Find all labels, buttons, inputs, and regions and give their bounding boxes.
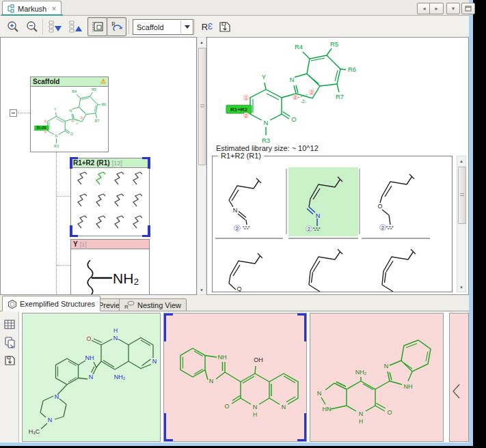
rgroup-export-button[interactable]: RƐ xyxy=(198,18,216,36)
atom-label: O xyxy=(377,203,382,210)
rgroup-lasso-icon: R xyxy=(109,19,124,34)
exemplified-structures-panel: O H N N NH N NH₂ N N H₃C xyxy=(0,311,469,443)
structure-card[interactable]: NH₂ N HN N H O N NH xyxy=(310,313,444,442)
r-letter: R xyxy=(202,22,208,32)
node-title: R1+R2 (R1) xyxy=(73,159,110,167)
toolbar-separator xyxy=(129,19,129,34)
save-structures-button[interactable] xyxy=(3,354,16,366)
atom-label: H xyxy=(113,327,118,334)
nesting-icon: R xyxy=(124,300,135,309)
fragment-cell[interactable]: O 2 xyxy=(362,165,430,237)
chevron-down-icon: ▾ xyxy=(452,5,455,12)
atom-label: O xyxy=(224,403,229,410)
tree-scrollbar[interactable]: ▲ ▼ xyxy=(197,37,206,295)
fragment-scrollbar[interactable]: ▲ ▼ xyxy=(457,156,466,292)
close-icon[interactable]: ✕ xyxy=(51,5,57,12)
scro ll-up-arrow[interactable]: ▲ xyxy=(198,38,206,46)
structure-card-selected[interactable]: NH N OH O N H N xyxy=(163,313,307,442)
tab-nesting-view[interactable]: R Nesting View xyxy=(119,298,187,311)
view-menu-button[interactable]: ▾ xyxy=(446,3,460,14)
atom-label: HN xyxy=(323,406,332,412)
structure-drawing: NH₂ N HN N H O N NH xyxy=(310,313,443,440)
selection-corner xyxy=(297,313,307,341)
node-header: R1+R2 (R1) [12] xyxy=(71,158,149,168)
atom-label: N xyxy=(282,404,286,410)
fragment-cell[interactable] xyxy=(288,241,358,292)
atom-label: NH xyxy=(404,383,413,390)
node-header: Scaffold ⚠ xyxy=(31,77,108,87)
node-header: Y [1] xyxy=(71,240,149,249)
fragment-cell[interactable] xyxy=(362,241,430,292)
bottom-tab-bar: Exemplified Structures R Preview R Nesti… xyxy=(0,295,469,311)
forward-arrow-icon: ▸ xyxy=(435,5,437,12)
node-title: Scaffold xyxy=(33,78,59,85)
structure-drawing: NH N OH O N H N xyxy=(164,313,306,440)
node-count: [12] xyxy=(112,160,122,167)
fragment-cell[interactable]: N 2 xyxy=(215,165,284,237)
atom-label: N xyxy=(209,378,214,384)
toolbar-separator xyxy=(42,19,43,34)
collapse-all-button[interactable] xyxy=(67,18,85,36)
grid-divider xyxy=(215,238,283,239)
rgroup-lasso-toggle[interactable]: R xyxy=(107,17,126,36)
nav-forward-button[interactable]: ▸ xyxy=(429,3,444,14)
copy-structures-button[interactable] xyxy=(3,336,16,348)
atom-label: H₃C xyxy=(29,428,40,435)
node-title: Y xyxy=(73,240,78,248)
markush-window: Markush ✕ ◂ ▸ ▾ xyxy=(0,0,473,446)
maximize-button[interactable] xyxy=(461,3,475,14)
tree-connector xyxy=(57,265,70,266)
scroll-up-arrow[interactable]: ▲ xyxy=(457,156,465,165)
atom-label: N xyxy=(55,393,59,400)
structure-card[interactable]: O H N N NH N NH₂ N N H₃C xyxy=(22,313,161,442)
scroll-down-arrow[interactable]: ▼ xyxy=(198,285,206,294)
scroll-down-arrow[interactable]: ▼ xyxy=(457,283,465,292)
tree-node-r1r2[interactable]: R1+R2 (R1) [12] xyxy=(70,158,150,236)
view-mode-dropdown[interactable]: Scaffold xyxy=(133,19,193,35)
show-scaffold-toggle[interactable] xyxy=(87,17,107,36)
tab-label: Exemplified Structures xyxy=(20,300,95,308)
atom-label: NH xyxy=(218,354,227,361)
zoom-out-button[interactable] xyxy=(23,18,41,36)
scrollbar-thumb[interactable] xyxy=(198,48,206,165)
table-icon xyxy=(4,320,15,330)
brace-icon: Ɛ xyxy=(208,22,213,31)
scrollbar-thumb[interactable] xyxy=(458,167,466,224)
tab-markush[interactable]: Markush ✕ xyxy=(2,1,62,16)
atom-label: N xyxy=(253,404,258,410)
atom-label: N xyxy=(48,417,53,423)
atom-label: O xyxy=(86,335,91,342)
tab-exemplified-structures[interactable]: Exemplified Structures xyxy=(2,296,100,311)
selection-corner xyxy=(163,413,173,442)
zoom-in-button[interactable] xyxy=(4,18,22,36)
structure-card[interactable] xyxy=(449,313,469,442)
fragment-cell-selected[interactable]: N 2 xyxy=(288,166,358,237)
save-icon xyxy=(218,20,232,33)
atom-label: N xyxy=(152,358,157,365)
warning-icon: ⚠ xyxy=(100,79,106,85)
y-structure: NH₂ xyxy=(71,249,149,295)
expand-all-button[interactable] xyxy=(46,18,64,36)
atom-label: H xyxy=(359,418,363,425)
collapse-all-icon xyxy=(68,19,83,34)
document-tab-bar: Markush ✕ ◂ ▸ ▾ xyxy=(0,0,469,16)
selection-corner xyxy=(142,225,150,237)
save-button[interactable] xyxy=(216,18,234,36)
tab-label: Nesting View xyxy=(137,301,181,309)
tree-node-scaffold[interactable]: Scaffold ⚠ xyxy=(30,76,109,152)
fragment-grid-thumbnail xyxy=(71,168,149,236)
fragment-cell[interactable]: O xyxy=(215,241,284,292)
atom-label: NH₂ xyxy=(114,374,126,380)
table-view-button[interactable] xyxy=(3,318,16,331)
selection-corner xyxy=(70,157,78,169)
attachment-map: 2 xyxy=(308,227,310,232)
tree-connector xyxy=(57,196,70,197)
attachment-map: 2 xyxy=(381,225,384,230)
atom-label: N xyxy=(113,335,118,341)
zoom-in-icon xyxy=(6,20,20,33)
atom-label: N xyxy=(359,410,364,417)
attachment-map: 2 xyxy=(236,226,239,231)
tree-node-y[interactable]: Y [1] NH₂ xyxy=(70,239,150,295)
selection-corner xyxy=(70,225,78,237)
tree-collapse-toggle[interactable] xyxy=(10,109,17,117)
